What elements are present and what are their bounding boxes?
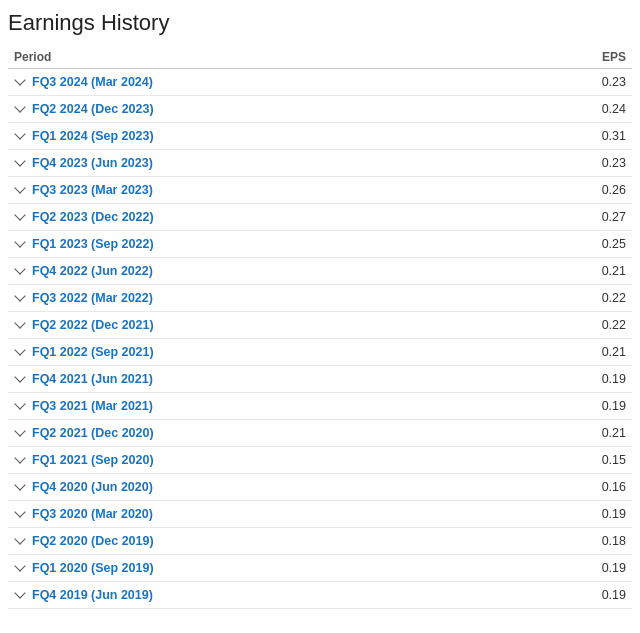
chevron-down-icon[interactable] bbox=[14, 588, 28, 602]
table-row[interactable]: FQ1 2022 (Sep 2021)0.21 bbox=[8, 339, 632, 366]
eps-value: 0.19 bbox=[511, 501, 632, 528]
period-cell: FQ2 2021 (Dec 2020) bbox=[8, 420, 511, 447]
period-cell: FQ4 2022 (Jun 2022) bbox=[8, 258, 511, 285]
chevron-down-icon[interactable] bbox=[14, 102, 28, 116]
table-row[interactable]: FQ3 2020 (Mar 2020)0.19 bbox=[8, 501, 632, 528]
eps-value: 0.22 bbox=[511, 285, 632, 312]
eps-value: 0.15 bbox=[511, 447, 632, 474]
period-label: FQ3 2022 (Mar 2022) bbox=[32, 291, 153, 305]
chevron-down-icon[interactable] bbox=[14, 480, 28, 494]
chevron-down-icon[interactable] bbox=[14, 372, 28, 386]
period-cell: FQ4 2019 (Jun 2019) bbox=[8, 582, 511, 609]
period-cell: FQ4 2021 (Jun 2021) bbox=[8, 366, 511, 393]
eps-value: 0.21 bbox=[511, 258, 632, 285]
eps-value: 0.23 bbox=[511, 69, 632, 96]
period-cell: FQ1 2023 (Sep 2022) bbox=[8, 231, 511, 258]
period-cell: FQ3 2021 (Mar 2021) bbox=[8, 393, 511, 420]
table-row[interactable]: FQ3 2022 (Mar 2022)0.22 bbox=[8, 285, 632, 312]
table-row[interactable]: FQ4 2021 (Jun 2021)0.19 bbox=[8, 366, 632, 393]
eps-value: 0.19 bbox=[511, 393, 632, 420]
table-row[interactable]: FQ2 2022 (Dec 2021)0.22 bbox=[8, 312, 632, 339]
period-cell: FQ3 2022 (Mar 2022) bbox=[8, 285, 511, 312]
table-row[interactable]: FQ1 2024 (Sep 2023)0.31 bbox=[8, 123, 632, 150]
eps-value: 0.26 bbox=[511, 177, 632, 204]
period-label: FQ4 2023 (Jun 2023) bbox=[32, 156, 153, 170]
period-label: FQ2 2023 (Dec 2022) bbox=[32, 210, 154, 224]
eps-value: 0.22 bbox=[511, 312, 632, 339]
chevron-down-icon[interactable] bbox=[14, 237, 28, 251]
chevron-down-icon[interactable] bbox=[14, 345, 28, 359]
period-label: FQ1 2023 (Sep 2022) bbox=[32, 237, 154, 251]
chevron-down-icon[interactable] bbox=[14, 156, 28, 170]
chevron-down-icon[interactable] bbox=[14, 561, 28, 575]
period-label: FQ4 2019 (Jun 2019) bbox=[32, 588, 153, 602]
chevron-down-icon[interactable] bbox=[14, 453, 28, 467]
period-cell: FQ2 2024 (Dec 2023) bbox=[8, 96, 511, 123]
eps-value: 0.24 bbox=[511, 96, 632, 123]
period-label: FQ2 2020 (Dec 2019) bbox=[32, 534, 154, 548]
period-cell: FQ4 2020 (Jun 2020) bbox=[8, 474, 511, 501]
eps-value: 0.25 bbox=[511, 231, 632, 258]
eps-value: 0.21 bbox=[511, 420, 632, 447]
chevron-down-icon[interactable] bbox=[14, 534, 28, 548]
chevron-down-icon[interactable] bbox=[14, 75, 28, 89]
period-column-header: Period bbox=[8, 46, 511, 69]
table-row[interactable]: FQ3 2024 (Mar 2024)0.23 bbox=[8, 69, 632, 96]
period-cell: FQ3 2020 (Mar 2020) bbox=[8, 501, 511, 528]
table-row[interactable]: FQ1 2020 (Sep 2019)0.19 bbox=[8, 555, 632, 582]
page-title: Earnings History bbox=[8, 10, 632, 36]
table-row[interactable]: FQ3 2023 (Mar 2023)0.26 bbox=[8, 177, 632, 204]
chevron-down-icon[interactable] bbox=[14, 210, 28, 224]
table-row[interactable]: FQ3 2021 (Mar 2021)0.19 bbox=[8, 393, 632, 420]
chevron-down-icon[interactable] bbox=[14, 426, 28, 440]
chevron-down-icon[interactable] bbox=[14, 264, 28, 278]
eps-value: 0.21 bbox=[511, 339, 632, 366]
eps-column-header: EPS bbox=[511, 46, 632, 69]
table-row[interactable]: FQ1 2023 (Sep 2022)0.25 bbox=[8, 231, 632, 258]
period-label: FQ4 2022 (Jun 2022) bbox=[32, 264, 153, 278]
eps-value: 0.18 bbox=[511, 528, 632, 555]
period-label: FQ2 2021 (Dec 2020) bbox=[32, 426, 154, 440]
chevron-down-icon[interactable] bbox=[14, 291, 28, 305]
period-label: FQ1 2021 (Sep 2020) bbox=[32, 453, 154, 467]
table-row[interactable]: FQ4 2019 (Jun 2019)0.19 bbox=[8, 582, 632, 609]
period-cell: FQ3 2024 (Mar 2024) bbox=[8, 69, 511, 96]
period-label: FQ4 2021 (Jun 2021) bbox=[32, 372, 153, 386]
earnings-history-container: Earnings History Period EPS FQ3 2024 (Ma… bbox=[0, 0, 640, 619]
period-label: FQ2 2022 (Dec 2021) bbox=[32, 318, 154, 332]
table-row[interactable]: FQ4 2023 (Jun 2023)0.23 bbox=[8, 150, 632, 177]
period-cell: FQ2 2022 (Dec 2021) bbox=[8, 312, 511, 339]
table-row[interactable]: FQ2 2020 (Dec 2019)0.18 bbox=[8, 528, 632, 555]
chevron-down-icon[interactable] bbox=[14, 129, 28, 143]
table-row[interactable]: FQ4 2020 (Jun 2020)0.16 bbox=[8, 474, 632, 501]
eps-value: 0.23 bbox=[511, 150, 632, 177]
period-cell: FQ2 2023 (Dec 2022) bbox=[8, 204, 511, 231]
period-cell: FQ3 2023 (Mar 2023) bbox=[8, 177, 511, 204]
period-cell: FQ1 2024 (Sep 2023) bbox=[8, 123, 511, 150]
eps-value: 0.19 bbox=[511, 555, 632, 582]
chevron-down-icon[interactable] bbox=[14, 399, 28, 413]
period-cell: FQ4 2023 (Jun 2023) bbox=[8, 150, 511, 177]
table-row[interactable]: FQ2 2021 (Dec 2020)0.21 bbox=[8, 420, 632, 447]
chevron-down-icon[interactable] bbox=[14, 183, 28, 197]
period-label: FQ1 2024 (Sep 2023) bbox=[32, 129, 154, 143]
table-header-row: Period EPS bbox=[8, 46, 632, 69]
period-cell: FQ1 2021 (Sep 2020) bbox=[8, 447, 511, 474]
table-row[interactable]: FQ2 2024 (Dec 2023)0.24 bbox=[8, 96, 632, 123]
period-cell: FQ1 2022 (Sep 2021) bbox=[8, 339, 511, 366]
period-label: FQ1 2022 (Sep 2021) bbox=[32, 345, 154, 359]
period-label: FQ3 2021 (Mar 2021) bbox=[32, 399, 153, 413]
chevron-down-icon[interactable] bbox=[14, 507, 28, 521]
table-row[interactable]: FQ2 2023 (Dec 2022)0.27 bbox=[8, 204, 632, 231]
chevron-down-icon[interactable] bbox=[14, 318, 28, 332]
period-cell: FQ1 2020 (Sep 2019) bbox=[8, 555, 511, 582]
table-row[interactable]: FQ1 2021 (Sep 2020)0.15 bbox=[8, 447, 632, 474]
eps-value: 0.19 bbox=[511, 582, 632, 609]
period-label: FQ3 2024 (Mar 2024) bbox=[32, 75, 153, 89]
period-label: FQ3 2020 (Mar 2020) bbox=[32, 507, 153, 521]
eps-value: 0.27 bbox=[511, 204, 632, 231]
period-cell: FQ2 2020 (Dec 2019) bbox=[8, 528, 511, 555]
table-row[interactable]: FQ4 2022 (Jun 2022)0.21 bbox=[8, 258, 632, 285]
earnings-table: Period EPS FQ3 2024 (Mar 2024)0.23FQ2 20… bbox=[8, 46, 632, 609]
eps-value: 0.16 bbox=[511, 474, 632, 501]
